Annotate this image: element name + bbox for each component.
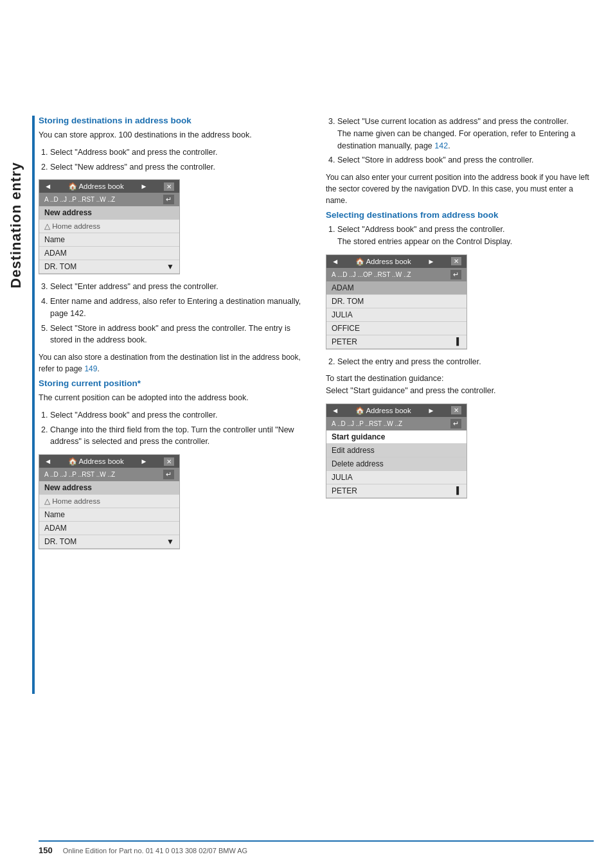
- step-item: Select "Use current location as address"…: [337, 116, 594, 152]
- widget3-scroll-area: ▌: [456, 337, 461, 345]
- ref-link-142[interactable]: 142: [434, 141, 448, 150]
- steps-list-right-continued: Select "Use current location as address"…: [337, 116, 594, 166]
- widget3-title-bar: ◄ 🏠 Address book ► ✕: [326, 255, 466, 268]
- widget4-alphabet-row: A ..D ..J ..P ..RST ..W ..Z ↵: [326, 417, 466, 430]
- step-item: Select "Store in address book" and press…: [50, 323, 306, 347]
- widget3-row-0: ADAM: [326, 281, 466, 295]
- widget3-alphabet-row: A ...D ..J ...OP ..RST ..W ..Z ↵: [326, 268, 466, 281]
- widget4-row-0: Start guidance: [326, 430, 466, 444]
- steps-list-1: Select "Address book" and press the cont…: [50, 146, 306, 173]
- main-content: Storing destinations in address book You…: [39, 19, 594, 836]
- widget1-enter-icon: ↵: [163, 195, 174, 204]
- widget2-row-4: DR. TOM ▼: [39, 535, 179, 549]
- widget4-right-arrow: ►: [427, 407, 434, 414]
- widget4-enter-icon: ↵: [450, 419, 461, 429]
- widget4-left-arrow: ◄: [332, 407, 339, 414]
- steps-list-2: Select "Address book" and press the cont…: [50, 409, 306, 448]
- widget4-icon: 🏠 Address book: [355, 406, 411, 415]
- sidebar-label-text: Destination entry: [8, 162, 24, 288]
- widget2-title: Address book: [78, 457, 123, 465]
- page-footer: 150 Online Edition for Part no. 01 41 0 …: [39, 840, 594, 855]
- section-heading-current-pos: Storing current position*: [39, 378, 306, 388]
- widget3-row-2: JULIA: [326, 308, 466, 322]
- widget3-close-icon: ✕: [451, 257, 461, 265]
- guidance-note: To start the destination guidance: Selec…: [326, 373, 594, 397]
- section-storing-current-position: Storing current position* The current po…: [39, 378, 306, 549]
- step-item: Select "Address book" and press the cont…: [50, 409, 306, 421]
- widget4-row-3: JULIA: [326, 471, 466, 484]
- step-item: Select "Address book" and press the cont…: [50, 146, 306, 159]
- widget2-alphabet: A ..D ..J ..P ..RST ..W ..Z: [44, 471, 115, 478]
- widget3-enter-icon: ↵: [450, 270, 461, 279]
- widget2-row-2: Name: [39, 508, 179, 522]
- section-storing-note: You can also store a destination from th…: [39, 351, 306, 375]
- left-column: Storing destinations in address book You…: [39, 19, 306, 836]
- widget1-row-2: Name: [39, 233, 179, 247]
- widget1-alphabet-row: A ..D ..J ..P ..RST ..W ..Z ↵: [39, 193, 179, 206]
- widget1-row-3: ADAM: [39, 247, 179, 260]
- widget2-row-3: ADAM: [39, 522, 179, 535]
- step-item: Select "New address" and press the contr…: [50, 161, 306, 173]
- widget4-close-icon: ✕: [451, 406, 461, 414]
- widget2-icon: 🏠 Address book: [68, 457, 124, 466]
- widget1-close-icon: ✕: [164, 182, 174, 191]
- widget2-scroll-arrow: ▼: [166, 537, 174, 546]
- step-item: Select "Address book" and press the cont…: [337, 224, 594, 248]
- steps-list-3: Select "Address book" and press the cont…: [337, 224, 594, 248]
- widget3-left-arrow: ◄: [332, 258, 339, 265]
- section-selecting-destinations: Selecting destinations from address book…: [326, 210, 594, 499]
- address-book-widget-2: ◄ 🏠 Address book ► ✕ A ..D ..J ..P ..RST…: [39, 454, 180, 549]
- step-item: Select "Enter address" and press the con…: [50, 281, 306, 293]
- widget1-row-0: New address: [39, 206, 179, 220]
- address-book-widget-1: ◄ 🏠 Address book ► ✕ A ..D ..J ..P ..RST…: [39, 179, 180, 274]
- steps-list-1b: Select "Enter address" and press the con…: [50, 281, 306, 346]
- blue-accent-border: [32, 116, 35, 694]
- widget3-title: Address book: [366, 258, 411, 265]
- widget1-title-bar: ◄ 🏠 Address book ► ✕: [39, 180, 179, 193]
- widget2-left-arrow: ◄: [44, 457, 51, 465]
- widget3-row-4: PETER ▌: [326, 335, 466, 349]
- widget1-alphabet: A ..D ..J ..P ..RST ..W ..Z: [44, 196, 115, 203]
- widget1-scroll-arrow: ▼: [166, 262, 174, 271]
- widget1-left-arrow: ◄: [44, 182, 51, 190]
- widget4-row-4: PETER ▌: [326, 484, 466, 498]
- widget2-row-1: △ Home address: [39, 495, 179, 508]
- widget3-icon: 🏠 Address book: [355, 257, 411, 266]
- section-heading-storing: Storing destinations in address book: [39, 116, 306, 125]
- widget2-alphabet-row: A ..D ..J ..P ..RST ..W ..Z ↵: [39, 468, 179, 481]
- step-item: Select the entry and press the controlle…: [337, 356, 594, 368]
- widget3-right-arrow: ►: [427, 258, 434, 265]
- right-column: Select "Use current location as address"…: [326, 19, 594, 836]
- widget4-title: Address book: [366, 407, 411, 414]
- widget4-row-2: Delete address: [326, 457, 466, 471]
- section-storing-destinations: Storing destinations in address book You…: [39, 116, 306, 375]
- widget2-right-arrow: ►: [140, 457, 147, 465]
- widget1-right-arrow: ►: [140, 182, 147, 190]
- widget1-icon: 🏠 Address book: [68, 182, 124, 191]
- address-book-widget-4: ◄ 🏠 Address book ► ✕ A ..D ..J ..P ..RST…: [326, 403, 467, 499]
- widget2-enter-icon: ↵: [163, 470, 174, 479]
- widget2-title-bar: ◄ 🏠 Address book ► ✕: [39, 455, 179, 468]
- widget3-row-1: DR. TOM: [326, 295, 466, 308]
- step-item: Change into the third field from the top…: [50, 424, 306, 448]
- section-current-pos-intro: The current position can be adopted into…: [39, 392, 306, 404]
- steps-list-3b: Select the entry and press the controlle…: [337, 356, 594, 368]
- step-item: Enter name and address, also refer to En…: [50, 296, 306, 320]
- footer-text: Online Edition for Part no. 01 41 0 013 …: [63, 847, 247, 855]
- note-current-position: You can also enter your current position…: [326, 172, 594, 206]
- widget3-alphabet: A ...D ..J ...OP ..RST ..W ..Z: [332, 271, 411, 278]
- widget2-close-icon: ✕: [164, 457, 174, 466]
- address-book-widget-3: ◄ 🏠 Address book ► ✕ A ...D ..J ...OP ..…: [326, 254, 467, 350]
- widget4-title-bar: ◄ 🏠 Address book ► ✕: [326, 404, 466, 417]
- widget4-scroll-area: ▌: [456, 486, 461, 494]
- widget1-row-1: △ Home address: [39, 220, 179, 233]
- widget4-alphabet: A ..D ..J ..P ..RST ..W ..Z: [332, 420, 402, 427]
- widget3-row-3: OFFICE: [326, 322, 466, 335]
- ref-link-149[interactable]: 149: [84, 364, 97, 373]
- widget2-row-0: New address: [39, 481, 179, 495]
- page-number: 150: [39, 846, 53, 855]
- section-storing-intro: You can store approx. 100 destinations i…: [39, 129, 306, 141]
- widget1-row-4: DR. TOM ▼: [39, 260, 179, 274]
- step-item: Select "Store in address book" and press…: [337, 154, 594, 166]
- sidebar-label: Destination entry: [0, 116, 32, 334]
